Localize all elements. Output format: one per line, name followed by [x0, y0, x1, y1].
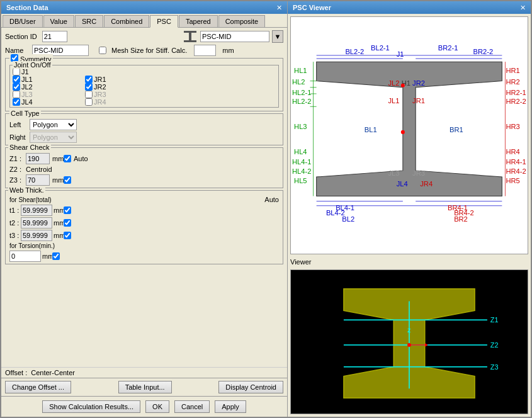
- z3-label: Z3 :: [9, 176, 23, 184]
- jr2-checkbox[interactable]: [85, 83, 93, 91]
- svg-text:Z3: Z3: [490, 363, 499, 371]
- svg-text:HR2-1: HR2-1: [506, 89, 526, 96]
- t2-checkbox[interactable]: [64, 219, 71, 227]
- table-input-button[interactable]: Table Input...: [118, 381, 172, 393]
- svg-marker-69: [425, 343, 428, 347]
- section-id-input[interactable]: [42, 31, 67, 42]
- svg-text:JR4: JR4: [420, 180, 433, 188]
- svg-text:HR5: HR5: [506, 177, 519, 184]
- jr4-checkbox[interactable]: [85, 98, 93, 106]
- z3-unit: mm: [52, 176, 61, 184]
- torsion-input[interactable]: [9, 251, 41, 262]
- svg-text:HL4-2: HL4-2: [292, 167, 311, 175]
- web-thick-sub-label: for Shear(total): [9, 196, 52, 203]
- t2-input[interactable]: [21, 217, 52, 229]
- mesh-size-input[interactable]: [194, 45, 216, 56]
- action-buttons: Change Offset ... Table Input... Display…: [1, 378, 287, 396]
- svg-text:HR1: HR1: [506, 67, 519, 74]
- cell-right-select[interactable]: Polygon: [30, 132, 77, 143]
- joint-jr3: JR3: [85, 91, 123, 98]
- cell-left-select[interactable]: Polygon: [30, 119, 77, 130]
- z3-input[interactable]: [26, 174, 50, 186]
- joint-jl3: JL3: [13, 91, 47, 98]
- svg-text:BL2: BL2: [342, 215, 354, 223]
- svg-rect-0: [184, 31, 196, 33]
- right-panel-close[interactable]: ✕: [520, 4, 526, 12]
- z2-label: Z2 :: [9, 166, 23, 173]
- show-calc-button[interactable]: Show Calculation Results...: [42, 400, 140, 413]
- psc-viewer-area: BL2-2 BL2-1 J1 BR2-1 BR2-2 HL1 HL2 HL2-1…: [290, 16, 528, 254]
- z1-label: Z1 :: [9, 155, 23, 162]
- svg-text:BR1: BR1: [450, 126, 463, 133]
- profile-name-input[interactable]: [200, 31, 269, 42]
- t3-checkbox[interactable]: [64, 232, 71, 239]
- svg-text:HL2-2: HL2-2: [292, 98, 311, 105]
- jl1-checkbox[interactable]: [13, 76, 20, 83]
- svg-text:HL5: HL5: [294, 177, 307, 184]
- jl2-checkbox[interactable]: [13, 83, 20, 91]
- torsion-label: for Torsion(min.): [9, 242, 55, 249]
- svg-text:HL4-1: HL4-1: [292, 158, 311, 166]
- z1-auto-label: Auto: [74, 155, 88, 162]
- svg-text:J1: J1: [397, 50, 404, 58]
- tab-src[interactable]: SRC: [75, 15, 103, 27]
- apply-button[interactable]: Apply: [215, 400, 246, 413]
- svg-text:z: z: [407, 326, 411, 334]
- svg-text:JR3: JR3: [412, 169, 425, 177]
- svg-text:BR2-2: BR2-2: [473, 48, 494, 55]
- j1-checkbox[interactable]: [13, 68, 20, 76]
- jr1-checkbox[interactable]: [85, 76, 93, 83]
- svg-text:HR4-2: HR4-2: [506, 167, 526, 175]
- right-panel-title: PSC Viewer ✕: [288, 1, 531, 14]
- name-label: Name: [5, 47, 27, 54]
- joint-j1: J1: [13, 68, 47, 76]
- jl3-checkbox[interactable]: [13, 91, 20, 98]
- jr3-checkbox[interactable]: [85, 91, 93, 98]
- t2-unit: mm: [54, 219, 62, 227]
- z1-unit: mm: [52, 155, 61, 162]
- tab-psc[interactable]: PSC: [150, 15, 178, 28]
- z3-auto-checkbox[interactable]: [64, 176, 71, 184]
- z1-auto-checkbox[interactable]: [64, 155, 71, 162]
- svg-text:JL1: JL1: [388, 97, 399, 104]
- tab-composite[interactable]: Composite: [218, 15, 266, 27]
- mesh-size-checkbox[interactable]: [99, 47, 106, 54]
- joint-jr2: JR2: [85, 83, 123, 91]
- svg-text:HL4: HL4: [294, 148, 307, 155]
- svg-text:JL2: JL2: [388, 79, 399, 87]
- t3-label: t3 :: [9, 232, 20, 239]
- t1-input[interactable]: [21, 205, 52, 216]
- svg-text:HL2: HL2: [292, 78, 305, 86]
- cancel-button[interactable]: Cancel: [174, 400, 210, 413]
- joint-jl2: JL2: [13, 83, 47, 91]
- svg-text:BR2: BR2: [454, 215, 468, 223]
- offset-label: Offset :: [5, 369, 27, 376]
- svg-text:BL2-1: BL2-1: [371, 44, 390, 52]
- jl4-checkbox[interactable]: [13, 98, 20, 106]
- tab-tapered[interactable]: Tapered: [179, 15, 218, 27]
- ok-button[interactable]: OK: [145, 400, 169, 413]
- left-panel-close[interactable]: ✕: [276, 4, 282, 12]
- t1-checkbox[interactable]: [64, 206, 71, 214]
- display-centroid-button[interactable]: Display Centroid: [218, 381, 283, 393]
- profile-dropdown-btn[interactable]: ▼: [272, 30, 283, 43]
- t3-input[interactable]: [21, 230, 52, 241]
- svg-text:JL3: JL3: [388, 169, 399, 177]
- svg-text:HR3: HR3: [506, 123, 519, 130]
- tab-value[interactable]: Value: [43, 15, 74, 27]
- torsion-checkbox[interactable]: [52, 252, 60, 260]
- z1-input[interactable]: [26, 153, 50, 164]
- t1-label: t1 :: [9, 206, 20, 214]
- tab-dbuser[interactable]: DB/User: [3, 15, 43, 27]
- svg-text:HL1: HL1: [294, 67, 307, 74]
- svg-text:HR4-1: HR4-1: [506, 158, 526, 166]
- 3d-viewer: z Z1 Z2 Z3: [290, 269, 528, 414]
- section-id-label: Section ID: [5, 33, 37, 40]
- joint-jl1: JL1: [13, 76, 47, 83]
- tab-combined[interactable]: Combined: [104, 15, 149, 27]
- psc-diagram: BL2-2 BL2-1 J1 BR2-1 BR2-2 HL1 HL2 HL2-1…: [291, 17, 528, 254]
- change-offset-button[interactable]: Change Offset ...: [5, 381, 71, 393]
- svg-rect-1: [189, 33, 191, 40]
- ibeam-icon: [183, 31, 198, 42]
- t3-unit: mm: [54, 232, 62, 239]
